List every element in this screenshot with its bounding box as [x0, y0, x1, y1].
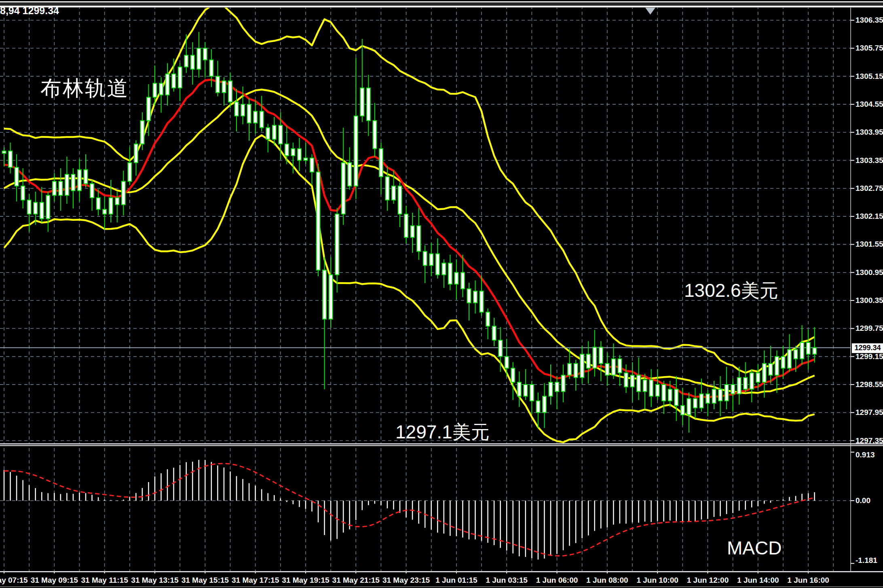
annotation-macd-label: MACD: [727, 537, 782, 559]
current-price-badge: 1299.34: [851, 343, 883, 353]
price-axis-label: 1302.75: [856, 184, 883, 193]
time-axis-label: 31 May 21:15: [332, 576, 380, 585]
price-axis-label: 1303.35: [856, 156, 883, 165]
macd-axis-min: -1.181: [856, 556, 877, 565]
price-axis-label: 1297.35: [856, 436, 883, 445]
price-axis-label: 1297.95: [856, 408, 883, 417]
annotation-bollinger-label: 布林轨道: [40, 74, 129, 103]
trading-terminal-window: 8,94 1299.34 布林轨道 1302.6美元 1297.1美元 MACD…: [0, 0, 883, 588]
time-axis-label: 1 Jun 01:15: [435, 576, 477, 585]
price-axis-label: 1298.55: [856, 380, 883, 389]
macd-axis-max: 0.913: [856, 451, 875, 459]
macd-panel[interactable]: [0, 448, 851, 571]
time-axis-label: 31 May 15:15: [182, 576, 229, 585]
price-axis-label: 1299.15: [856, 352, 883, 361]
price-axis[interactable]: 1306.351305.751305.151304.551303.951303.…: [851, 0, 883, 588]
time-axis-label: 31 May 09:15: [31, 576, 78, 585]
price-axis-label: 1304.55: [856, 100, 883, 109]
time-axis-label: 1 Jun 12:00: [687, 576, 729, 585]
time-axis-label: 1 Jun 03:15: [486, 576, 528, 585]
time-axis-label: 31 May 07:15: [0, 576, 28, 585]
time-axis-label: 1 Jun 10:00: [636, 576, 678, 585]
price-axis-label: 1306.35: [856, 16, 883, 25]
time-axis-label: 1 Jun 08:00: [586, 576, 628, 585]
time-axis[interactable]: 31 May 07:1531 May 09:1531 May 11:1531 M…: [0, 573, 851, 586]
annotation-upper-band-price: 1302.6美元: [684, 278, 778, 303]
time-axis-label: 31 May 11:15: [81, 576, 128, 585]
time-axis-label: 1 Jun 16:00: [787, 576, 829, 585]
time-axis-label: 1 Jun 06:00: [536, 576, 578, 585]
time-axis-label: 31 May 17:15: [232, 576, 279, 585]
time-axis-label: 1 Jun 14:00: [737, 576, 779, 585]
annotation-lower-band-price: 1297.1美元: [395, 420, 490, 445]
price-axis-label: 1302.15: [856, 212, 883, 221]
price-axis-label: 1301.55: [856, 240, 883, 249]
price-axis-label: 1300.35: [856, 296, 883, 305]
ohlc-info-text: 8,94 1299.34: [0, 5, 59, 17]
price-axis-label: 1299.75: [856, 324, 883, 333]
price-axis-label: 1303.95: [856, 128, 883, 137]
macd-axis-zero: 0.00: [856, 496, 870, 505]
time-axis-label: 31 May 19:15: [282, 576, 329, 585]
price-axis-label: 1305.75: [856, 44, 883, 53]
price-axis-label: 1305.15: [856, 72, 883, 81]
chart-area[interactable]: [0, 6, 851, 443]
time-axis-label: 31 May 23:15: [382, 576, 430, 585]
price-axis-label: 1300.95: [856, 268, 883, 277]
time-axis-label: 31 May 13:15: [131, 576, 178, 585]
